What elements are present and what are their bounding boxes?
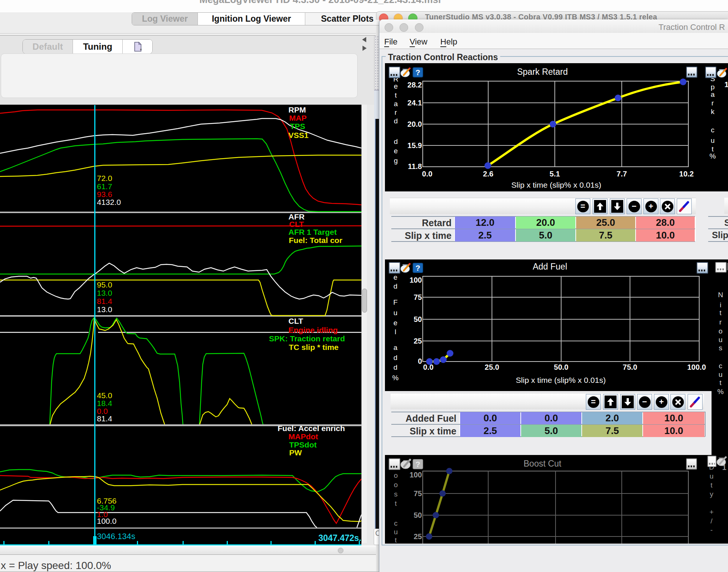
svg-text:Boost Cut: Boost Cut	[524, 459, 562, 468]
svg-text:d: d	[394, 282, 398, 290]
svg-text:0: 0	[418, 357, 422, 365]
svg-text:+: +	[709, 508, 713, 516]
svg-text:13.0: 13.0	[97, 289, 112, 297]
svg-text:e: e	[394, 273, 398, 281]
svg-text:%: %	[718, 388, 724, 396]
svg-text:t: t	[395, 91, 397, 99]
svg-text:15.9: 15.9	[407, 141, 422, 150]
svg-text:100.0: 100.0	[97, 517, 117, 525]
svg-text:PW: PW	[289, 448, 302, 457]
svg-text:RPM: RPM	[288, 105, 306, 114]
svg-text:AFR 1 Target: AFR 1 Target	[288, 228, 337, 236]
svg-text:o: o	[394, 481, 398, 489]
svg-text:TPSdot: TPSdot	[289, 440, 317, 449]
svg-text:i: i	[720, 301, 721, 309]
svg-text:e: e	[394, 319, 398, 327]
svg-text:25.0: 25.0	[485, 363, 499, 371]
svg-text:r: r	[712, 99, 714, 107]
svg-text:50: 50	[414, 315, 422, 323]
svg-text:e: e	[394, 147, 398, 155]
svg-text:l: l	[395, 328, 396, 336]
svg-text:TC slip * time: TC slip * time	[289, 343, 339, 351]
svg-text:VSS1: VSS1	[288, 131, 309, 139]
svg-text:%: %	[710, 152, 716, 160]
svg-text:95.0: 95.0	[97, 280, 112, 289]
svg-text:100: 100	[410, 471, 422, 479]
svg-text:a: a	[394, 344, 398, 351]
svg-text:61.7: 61.7	[97, 182, 112, 191]
svg-text:c: c	[711, 126, 715, 134]
svg-text:c: c	[719, 362, 722, 370]
svg-text:11.8: 11.8	[408, 162, 422, 170]
svg-text:o: o	[719, 327, 723, 335]
svg-text:25: 25	[414, 337, 422, 345]
svg-text:100: 100	[410, 276, 422, 284]
svg-text:t: t	[395, 499, 397, 507]
svg-text:0.0: 0.0	[422, 170, 432, 178]
svg-text:3046.134s: 3046.134s	[97, 532, 135, 541]
svg-text:45.0: 45.0	[97, 391, 112, 400]
svg-text:Fuel: Accel enrich: Fuel: Accel enrich	[278, 424, 345, 433]
svg-text:93.6: 93.6	[97, 190, 112, 199]
svg-text:r: r	[395, 108, 397, 116]
svg-text:d: d	[394, 354, 398, 362]
svg-text:N: N	[718, 291, 723, 299]
svg-text:4132.0: 4132.0	[97, 198, 121, 206]
svg-text:75.0: 75.0	[623, 363, 637, 371]
svg-text:%: %	[392, 374, 399, 382]
svg-text:20.0: 20.0	[407, 120, 422, 128]
svg-text:k: k	[711, 108, 715, 116]
svg-text:d: d	[394, 363, 398, 371]
svg-text:SPK: Traction retard: SPK: Traction retard	[269, 334, 345, 343]
svg-text:MAP: MAP	[289, 114, 307, 122]
svg-text:-: -	[710, 526, 713, 534]
svg-text:u: u	[394, 309, 398, 317]
svg-text:u: u	[719, 336, 723, 344]
svg-text:50.0: 50.0	[554, 363, 569, 371]
svg-text:50: 50	[414, 511, 422, 519]
svg-text:5.1: 5.1	[550, 170, 560, 178]
svg-text:u: u	[394, 528, 398, 536]
svg-text:Fuel: Total cor: Fuel: Total cor	[289, 236, 342, 245]
svg-text:u: u	[710, 472, 714, 480]
svg-text:CLT: CLT	[289, 220, 304, 228]
svg-text:28.2: 28.2	[407, 81, 422, 89]
svg-text:*: *	[140, 47, 142, 52]
svg-text:13.0: 13.0	[97, 305, 112, 314]
svg-text:MAPdot: MAPdot	[288, 432, 318, 441]
svg-text:75: 75	[414, 293, 422, 301]
svg-text:1: 1	[724, 80, 728, 89]
svg-text:a: a	[394, 100, 398, 108]
svg-text:y: y	[710, 490, 713, 498]
svg-text:t: t	[710, 481, 713, 489]
svg-text:a: a	[711, 90, 715, 98]
svg-text:p: p	[711, 83, 715, 91]
svg-text:Engine idling: Engine idling	[288, 326, 338, 334]
svg-text:25: 25	[414, 532, 422, 541]
svg-text:TPS: TPS	[290, 122, 305, 130]
svg-text:g: g	[394, 157, 398, 164]
svg-text:18.4: 18.4	[97, 399, 112, 408]
svg-text:t: t	[719, 379, 722, 387]
svg-text:7.7: 7.7	[617, 170, 627, 178]
svg-text:u: u	[711, 136, 715, 144]
svg-text:d: d	[394, 117, 398, 125]
svg-text:Slip x time (slip% x 0.01s): Slip x time (slip% x 0.01s)	[516, 376, 606, 384]
svg-text:Spark Retard: Spark Retard	[517, 67, 568, 77]
svg-text:r: r	[719, 318, 722, 326]
svg-text:24.1: 24.1	[407, 99, 422, 107]
svg-text:s: s	[719, 344, 722, 352]
svg-text:t: t	[712, 145, 714, 153]
svg-text:e: e	[394, 82, 398, 90]
svg-text:c: c	[394, 519, 398, 527]
svg-text:Slip x time (slip% x 0.01s): Slip x time (slip% x 0.01s)	[511, 181, 601, 189]
svg-text:75: 75	[414, 489, 422, 498]
svg-text:10.2: 10.2	[679, 170, 694, 178]
svg-text:81.4: 81.4	[97, 414, 112, 423]
svg-text:/: /	[710, 517, 713, 525]
svg-text:72.0: 72.0	[97, 174, 112, 182]
svg-text:3047.472s.: 3047.472s.	[318, 533, 361, 543]
svg-text:100.0: 100.0	[687, 363, 706, 371]
svg-text:2.6: 2.6	[483, 170, 493, 178]
svg-text:Add Fuel: Add Fuel	[533, 262, 567, 271]
